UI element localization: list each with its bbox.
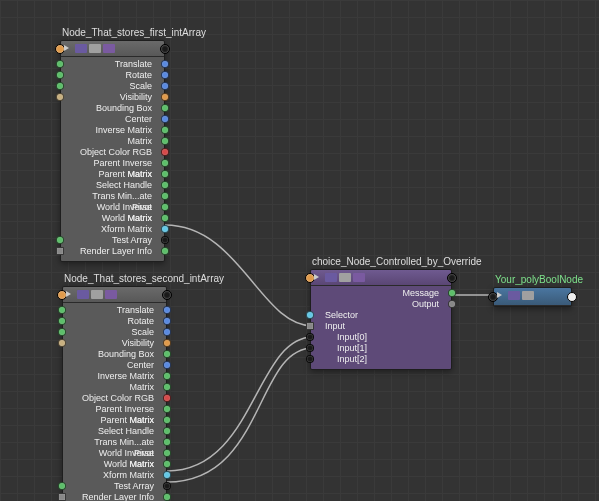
- attr-row[interactable]: Scale: [63, 327, 166, 338]
- in-port[interactable]: [56, 236, 64, 244]
- out-port[interactable]: [448, 289, 456, 297]
- attr-row[interactable]: World Inverse Matrix: [63, 448, 166, 459]
- out-port[interactable]: [163, 438, 171, 446]
- node-out-main-port[interactable]: [447, 273, 457, 283]
- out-port[interactable]: [163, 482, 171, 490]
- attr-row[interactable]: Rotate: [61, 70, 164, 81]
- in-port[interactable]: [58, 482, 66, 490]
- out-port[interactable]: [161, 126, 169, 134]
- out-port[interactable]: [163, 460, 171, 468]
- attr-row[interactable]: Trans Min...ate Pivot: [61, 191, 164, 202]
- attr-row[interactable]: Test Array: [61, 235, 164, 246]
- in-port[interactable]: [56, 71, 64, 79]
- attr-selector[interactable]: Selector: [311, 310, 451, 321]
- attr-row[interactable]: Inverse Matrix: [63, 371, 166, 382]
- attr-row[interactable]: Object Color RGB: [63, 393, 166, 404]
- attr-output[interactable]: Output: [311, 299, 451, 310]
- out-port[interactable]: [161, 104, 169, 112]
- attr-row[interactable]: World Matrix: [63, 459, 166, 470]
- out-port[interactable]: [161, 181, 169, 189]
- in-port[interactable]: [58, 328, 66, 336]
- node-stores-second-intarray[interactable]: Node_That_stores_second_intArray Transla…: [62, 273, 167, 501]
- node-header[interactable]: [494, 288, 571, 306]
- out-port[interactable]: [161, 137, 169, 145]
- node-header[interactable]: [61, 41, 164, 57]
- attr-message[interactable]: Message: [311, 288, 451, 299]
- attr-input2[interactable]: Input[2]: [311, 354, 451, 365]
- in-port[interactable]: [58, 339, 66, 347]
- attr-row[interactable]: Select Handle: [63, 426, 166, 437]
- attr-input0[interactable]: Input[0]: [311, 332, 451, 343]
- in-port[interactable]: [56, 247, 64, 255]
- in-port[interactable]: [306, 344, 314, 352]
- attr-row[interactable]: Parent Matrix: [63, 415, 166, 426]
- attr-row[interactable]: Visibility: [61, 92, 164, 103]
- in-port[interactable]: [56, 93, 64, 101]
- in-port[interactable]: [306, 355, 314, 363]
- out-port[interactable]: [163, 361, 171, 369]
- attr-row[interactable]: Center: [63, 360, 166, 371]
- node-header[interactable]: [63, 287, 166, 303]
- out-port[interactable]: [161, 225, 169, 233]
- node-out-main-port[interactable]: [567, 292, 577, 302]
- attr-input[interactable]: Input: [311, 321, 451, 332]
- attr-row[interactable]: Parent Inverse Matrix: [63, 404, 166, 415]
- out-port[interactable]: [163, 416, 171, 424]
- node-header[interactable]: [311, 270, 451, 286]
- attr-row[interactable]: Scale: [61, 81, 164, 92]
- out-port[interactable]: [163, 427, 171, 435]
- attr-row[interactable]: Parent Inverse Matrix: [61, 158, 164, 169]
- out-port[interactable]: [161, 192, 169, 200]
- attr-row[interactable]: Matrix: [63, 382, 166, 393]
- out-port[interactable]: [161, 148, 169, 156]
- out-port[interactable]: [163, 394, 171, 402]
- out-port[interactable]: [163, 317, 171, 325]
- in-port[interactable]: [58, 493, 66, 501]
- out-port[interactable]: [161, 203, 169, 211]
- in-port[interactable]: [56, 60, 64, 68]
- out-port[interactable]: [448, 300, 456, 308]
- out-port[interactable]: [161, 214, 169, 222]
- attr-row[interactable]: Matrix: [61, 136, 164, 147]
- out-port[interactable]: [161, 82, 169, 90]
- attr-row[interactable]: Visibility: [63, 338, 166, 349]
- attr-row[interactable]: Bounding Box: [61, 103, 164, 114]
- attr-row[interactable]: Object Color RGB: [61, 147, 164, 158]
- in-port[interactable]: [56, 82, 64, 90]
- node-your-polybool[interactable]: Your_polyBoolNode: [493, 274, 572, 307]
- attr-row[interactable]: Test Array: [63, 481, 166, 492]
- out-port[interactable]: [163, 350, 171, 358]
- out-port[interactable]: [163, 306, 171, 314]
- attr-row[interactable]: World Matrix: [61, 213, 164, 224]
- attr-row[interactable]: Center: [61, 114, 164, 125]
- in-port[interactable]: [58, 306, 66, 314]
- out-port[interactable]: [161, 115, 169, 123]
- attr-row[interactable]: Rotate: [63, 316, 166, 327]
- out-port[interactable]: [161, 236, 169, 244]
- attr-row[interactable]: Translate: [61, 59, 164, 70]
- out-port[interactable]: [163, 339, 171, 347]
- out-port[interactable]: [163, 449, 171, 457]
- out-port[interactable]: [163, 372, 171, 380]
- out-port[interactable]: [161, 159, 169, 167]
- attr-row[interactable]: Select Handle: [61, 180, 164, 191]
- out-port[interactable]: [163, 471, 171, 479]
- attr-row[interactable]: Bounding Box: [63, 349, 166, 360]
- out-port[interactable]: [161, 247, 169, 255]
- in-port[interactable]: [306, 322, 314, 330]
- node-out-main-port[interactable]: [160, 44, 170, 54]
- in-port[interactable]: [58, 317, 66, 325]
- in-port[interactable]: [306, 311, 314, 319]
- attr-row[interactable]: Xform Matrix: [61, 224, 164, 235]
- attr-row[interactable]: World Inverse Matrix: [61, 202, 164, 213]
- out-port[interactable]: [163, 405, 171, 413]
- attr-row[interactable]: Render Layer Info: [63, 492, 166, 501]
- attr-row[interactable]: Parent Matrix: [61, 169, 164, 180]
- out-port[interactable]: [161, 71, 169, 79]
- attr-row[interactable]: Inverse Matrix: [61, 125, 164, 136]
- node-choice-controlled-by-override[interactable]: choice_Node_Controlled_by_Override Messa…: [310, 256, 452, 370]
- out-port[interactable]: [163, 328, 171, 336]
- node-out-main-port[interactable]: [162, 290, 172, 300]
- node-stores-first-intarray[interactable]: Node_That_stores_first_intArray Translat…: [60, 27, 165, 262]
- out-port[interactable]: [161, 93, 169, 101]
